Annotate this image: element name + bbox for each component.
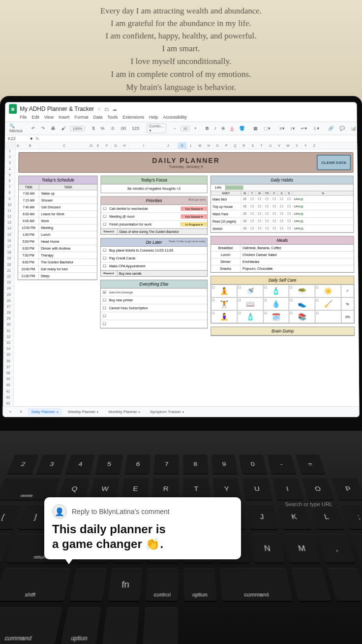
habit-checkbox[interactable]: ☐: [278, 219, 286, 223]
menu-file[interactable]: File: [20, 115, 27, 120]
name-box[interactable]: K22: [8, 136, 28, 141]
tab-daily-planner[interactable]: Daily Planner▾: [28, 408, 62, 416]
status-dropdown[interactable]: Not Started ▾: [181, 206, 207, 211]
habit-checkbox[interactable]: ☐: [278, 226, 286, 230]
add-sheet-button[interactable]: +: [6, 410, 15, 414]
later-row[interactable]: ☐Make CPA Appointment: [101, 262, 207, 270]
checkbox-icon[interactable]: ☐: [101, 298, 108, 302]
browser-omnibox-hint[interactable]: Search or type URL: [285, 501, 332, 507]
checkbox-icon[interactable]: ☐: [101, 214, 108, 219]
clear-data-button[interactable]: CLEAR DATA: [317, 155, 351, 170]
undo-button[interactable]: ↶: [30, 126, 37, 131]
fill-color-button[interactable]: 🪣: [238, 126, 246, 131]
move-icon[interactable]: 🗀: [104, 106, 109, 112]
italic-button[interactable]: I: [213, 126, 217, 131]
habit-checkbox[interactable]: ☐: [249, 226, 256, 230]
meal-row[interactable]: DinnerEnchiladas: [211, 258, 354, 265]
menu-format[interactable]: Format: [74, 115, 88, 120]
selfcare-icon[interactable]: ☐🧹: [315, 297, 341, 310]
tab-monthly-planner[interactable]: Monthly Planner▾: [104, 408, 144, 416]
paint-format-button[interactable]: 🖌: [60, 126, 67, 131]
schedule-row[interactable]: 7:40 AMGet Dressed: [19, 204, 97, 211]
habit-checkbox[interactable]: ☐: [264, 219, 271, 223]
document-title[interactable]: My ADHD Planner & Tracker: [20, 105, 94, 112]
menu-help[interactable]: Help: [149, 115, 158, 120]
habit-checkbox[interactable]: ☐: [271, 197, 278, 201]
text-color-button[interactable]: A: [229, 126, 235, 131]
later-row[interactable]: ☐Pay Credit Cards: [101, 255, 207, 262]
schedule-row[interactable]: 5:00 PMHead Home: [18, 238, 97, 245]
meal-row[interactable]: SnacksPopcorn, Chocolate: [211, 265, 354, 272]
selfcare-icon[interactable]: ☐🧴: [237, 310, 263, 323]
percent-button[interactable]: %: [99, 126, 106, 131]
font-size-input[interactable]: 10: [181, 126, 190, 131]
habit-checkbox[interactable]: ☐: [278, 204, 286, 208]
schedule-row[interactable]: 6:00 PMDinner with Andrew: [18, 245, 97, 252]
priority-row[interactable]: ☐Finish presentation for workIn Progress…: [101, 221, 207, 228]
else-row[interactable]: ☐: [101, 312, 208, 320]
habit-checkbox[interactable]: ☐: [264, 226, 271, 230]
zoom-select[interactable]: 100%: [70, 126, 85, 131]
schedule-row[interactable]: 11:00 PMSleep: [18, 273, 97, 280]
habit-checkbox[interactable]: ☑: [241, 212, 249, 216]
font-size-dec[interactable]: −: [172, 126, 178, 131]
else-row[interactable]: ☐: [100, 320, 207, 328]
meal-row[interactable]: LunchChicken Caesar Salad: [211, 252, 354, 258]
wrap-button[interactable]: ↩▾: [300, 126, 309, 131]
schedule-row[interactable]: 7:00 PMTherapy: [18, 252, 97, 259]
selfcare-icon[interactable]: ☐💧: [263, 297, 289, 310]
habit-checkbox[interactable]: ☐: [256, 197, 264, 201]
menu-data[interactable]: Data: [93, 115, 103, 120]
increase-decimal-button[interactable]: .00: [119, 126, 127, 131]
print-button[interactable]: 🖶: [50, 126, 57, 131]
habit-checkbox[interactable]: ☐: [271, 219, 278, 223]
habit-row[interactable]: Stretch☑☐☐☐☐☐☐14%: [211, 225, 354, 232]
decrease-decimal-button[interactable]: .0: [109, 126, 115, 131]
status-dropdown[interactable]: In Progress ▾: [181, 222, 207, 226]
menu-extensions[interactable]: Extensions: [122, 115, 144, 120]
habit-checkbox[interactable]: ☐: [249, 219, 256, 223]
selfcare-icon[interactable]: ☐👟: [289, 297, 315, 310]
font-size-inc[interactable]: +: [193, 126, 198, 131]
redo-button[interactable]: ↷: [40, 126, 47, 131]
selfcare-icon[interactable]: ☐☀️: [315, 285, 341, 297]
habit-checkbox[interactable]: ☐: [286, 219, 293, 223]
priority-row[interactable]: ☐Meeting @ noonNot Started ▾: [101, 213, 207, 221]
merge-button[interactable]: ⬚▾: [262, 126, 272, 131]
format-123-button[interactable]: 123: [130, 126, 141, 131]
habit-checkbox[interactable]: ☐: [271, 226, 278, 230]
strike-button[interactable]: S: [220, 126, 226, 131]
habit-row[interactable]: Read (10 pages)☑☐☐☐☐☐☐14%: [211, 218, 354, 225]
habit-checkbox[interactable]: ☐: [271, 212, 278, 216]
habit-checkbox[interactable]: ☑: [241, 204, 249, 208]
menu-view[interactable]: View: [44, 115, 54, 120]
checkbox-icon[interactable]: ☐: [101, 222, 108, 226]
schedule-row[interactable]: 7:15 AMShower: [19, 197, 97, 204]
tab-symptom-tracker[interactable]: Symptom Tracker▾: [146, 408, 188, 416]
habit-checkbox[interactable]: ☐: [285, 204, 293, 208]
habit-checkbox[interactable]: ☐: [264, 212, 271, 216]
habit-checkbox[interactable]: ☐: [249, 197, 256, 201]
else-row[interactable]: ☐Buy new printer: [101, 296, 207, 304]
habit-checkbox[interactable]: ☐: [285, 197, 293, 201]
spreadsheet-canvas[interactable]: DAILY PLANNER Tuesday, January 9 CLEAR D…: [14, 149, 360, 406]
priority-row[interactable]: ☐Call dentist to rescheduleNot Started ▾: [101, 205, 207, 213]
checkbox-icon[interactable]: ☐: [101, 256, 108, 260]
later-row[interactable]: ☐Buy plane tickets to Colorado 11/23-11/…: [101, 247, 207, 255]
currency-button[interactable]: $: [91, 126, 96, 131]
selfcare-icon[interactable]: ☐📚: [289, 310, 315, 323]
checkbox-icon[interactable]: ☐: [101, 306, 108, 310]
selfcare-icon[interactable]: ☐🧴: [263, 285, 289, 297]
selfcare-icon[interactable]: ☐📖: [237, 297, 263, 310]
habit-checkbox[interactable]: ☐: [286, 226, 293, 230]
selfcare-icon[interactable]: ☐🏋️: [211, 297, 237, 310]
star-icon[interactable]: ☆: [97, 106, 101, 112]
selfcare-icon[interactable]: ☐🧘: [211, 285, 237, 297]
selfcare-icon[interactable]: ☐: [315, 310, 341, 323]
checkbox-icon[interactable]: ☑: [101, 290, 108, 294]
schedule-row[interactable]: 12:00 PMMeeting: [18, 225, 97, 231]
tab-weekly-planner[interactable]: Weekly Planner▾: [64, 408, 102, 416]
schedule-row[interactable]: 7:00 AMWake up: [19, 191, 97, 197]
comment-button[interactable]: 💬: [338, 126, 346, 131]
habit-checkbox[interactable]: ☐: [256, 226, 264, 230]
